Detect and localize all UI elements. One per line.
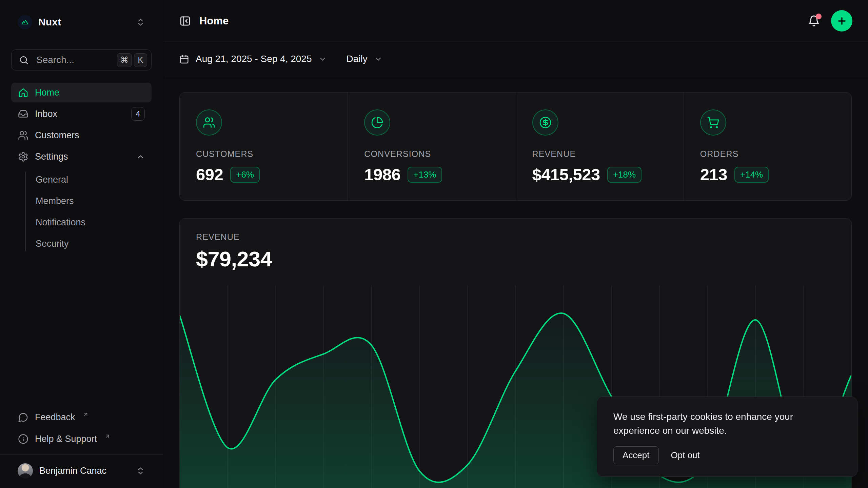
- filters-toolbar: Aug 21, 2025 - Sep 4, 2025 Daily: [163, 42, 868, 76]
- users-icon: [196, 109, 222, 136]
- sidebar-item-feedback[interactable]: Feedback: [11, 407, 152, 427]
- stat-card-orders[interactable]: ORDERS213+14%: [684, 93, 851, 200]
- chevrons-up-down-icon[interactable]: [136, 466, 145, 475]
- sidebar-subitem-label: Notifications: [36, 217, 85, 228]
- revenue-chart-value: $79,234: [196, 247, 835, 271]
- stat-label: ORDERS: [700, 149, 835, 159]
- user-menu[interactable]: Benjamin Canac: [11, 459, 152, 483]
- sidebar-item-customers[interactable]: Customers: [11, 125, 152, 145]
- shopping-cart-icon: [700, 109, 726, 136]
- sidebar-item-home[interactable]: Home: [11, 83, 152, 102]
- sidebar-subitem-general[interactable]: General: [11, 169, 152, 190]
- sidebar-subitem-notifications[interactable]: Notifications: [11, 212, 152, 233]
- add-button[interactable]: [831, 10, 852, 32]
- sidebar-subitem-label: Members: [36, 196, 74, 206]
- stat-card-conversions[interactable]: CONVERSIONS1986+13%: [348, 93, 515, 200]
- stats-row: CUSTOMERS692+6%CONVERSIONS1986+13%REVENU…: [179, 92, 852, 201]
- stat-label: CUSTOMERS: [196, 149, 331, 159]
- chevron-up-icon: [136, 152, 145, 161]
- sidebar-item-label: Inbox: [35, 109, 57, 119]
- arrow-up-right-icon: [104, 433, 111, 440]
- date-range-label: Aug 21, 2025 - Sep 4, 2025: [196, 54, 312, 64]
- stat-value: 213: [700, 165, 727, 184]
- user-name: Benjamin Canac: [39, 466, 106, 476]
- accept-button[interactable]: Accept: [613, 446, 659, 464]
- sidebar-subitem-security[interactable]: Security: [11, 233, 152, 255]
- chevron-down-icon: [318, 55, 327, 63]
- search-input[interactable]: Search... ⌘K: [11, 49, 152, 70]
- calendar-icon: [179, 54, 189, 64]
- pie-chart-icon: [364, 109, 390, 136]
- stat-label: REVENUE: [532, 149, 667, 159]
- sidebar-item-settings[interactable]: Settings: [11, 147, 152, 166]
- unread-notification-dot: [816, 14, 822, 19]
- nuxt-logo-icon: [18, 15, 32, 29]
- arrow-up-right-icon: [82, 411, 89, 418]
- inbox-count-badge: 4: [131, 107, 145, 121]
- granularity-select[interactable]: Daily: [347, 54, 382, 64]
- avatar: [18, 463, 33, 479]
- sidebar-subitem-label: Security: [36, 239, 69, 249]
- stat-value: $415,523: [532, 165, 600, 184]
- circle-dollar-sign-icon: [532, 109, 558, 136]
- search-placeholder: Search...: [36, 55, 107, 65]
- kbd-key: K: [134, 53, 147, 67]
- stat-card-revenue[interactable]: REVENUE$415,523+18%: [516, 93, 684, 200]
- chevron-down-icon: [374, 55, 382, 63]
- settings-icon: [18, 151, 28, 162]
- stat-change-badge: +13%: [408, 167, 442, 183]
- cookie-message: We use first-party cookies to enhance yo…: [613, 410, 817, 438]
- sidebar-subitem-label: General: [36, 175, 68, 185]
- sidebar-nav: HomeInbox4CustomersSettingsGeneralMember…: [11, 83, 152, 255]
- kbd-key: ⌘: [117, 53, 132, 67]
- stat-value: 692: [196, 165, 223, 184]
- search-icon: [19, 55, 29, 65]
- user-section: Benjamin Canac: [0, 454, 163, 488]
- workspace-name: Nuxt: [38, 16, 61, 28]
- chevrons-up-down-icon[interactable]: [136, 18, 145, 27]
- panel-left-close-icon[interactable]: [179, 15, 191, 27]
- sidebar-item-label: Feedback: [35, 412, 75, 423]
- sidebar-item-label: Customers: [35, 130, 79, 141]
- plus-icon: [836, 16, 847, 26]
- sidebar-subitem-members[interactable]: Members: [11, 190, 152, 212]
- inbox-icon: [18, 109, 28, 119]
- granularity-label: Daily: [347, 54, 368, 64]
- sidebar-item-label: Settings: [35, 151, 68, 162]
- sidebar: Nuxt Search... ⌘K HomeInbox4CustomersSet…: [0, 0, 163, 488]
- revenue-chart-label: REVENUE: [196, 232, 835, 242]
- stat-label: CONVERSIONS: [364, 149, 499, 159]
- notifications-button[interactable]: [808, 15, 820, 27]
- sidebar-item-help-support[interactable]: Help & Support: [11, 429, 152, 449]
- opt-out-button[interactable]: Opt out: [669, 447, 702, 464]
- page-title: Home: [199, 15, 229, 27]
- sidebar-subnav: GeneralMembersNotificationsSecurity: [11, 169, 152, 255]
- date-range-picker[interactable]: Aug 21, 2025 - Sep 4, 2025: [179, 54, 327, 64]
- search-shortcut-keys: ⌘K: [115, 53, 147, 67]
- home-icon: [18, 87, 28, 98]
- stat-card-customers[interactable]: CUSTOMERS692+6%: [180, 93, 348, 200]
- info-icon: [18, 434, 28, 444]
- users-icon: [18, 130, 28, 141]
- stat-value: 1986: [364, 165, 400, 184]
- workspace-switcher[interactable]: Nuxt: [11, 14, 152, 30]
- stat-change-badge: +14%: [734, 167, 769, 183]
- sidebar-spacer: [0, 255, 163, 407]
- page-header: Home: [163, 0, 868, 42]
- sidebar-item-label: Home: [35, 87, 59, 98]
- sidebar-secondary-nav: FeedbackHelp & Support: [0, 407, 163, 454]
- message-circle-icon: [18, 412, 28, 423]
- stat-change-badge: +6%: [230, 167, 260, 183]
- sidebar-item-label: Help & Support: [35, 434, 97, 444]
- stat-change-badge: +18%: [607, 167, 642, 183]
- cookie-banner: We use first-party cookies to enhance yo…: [597, 396, 857, 477]
- sidebar-item-inbox[interactable]: Inbox4: [11, 104, 152, 124]
